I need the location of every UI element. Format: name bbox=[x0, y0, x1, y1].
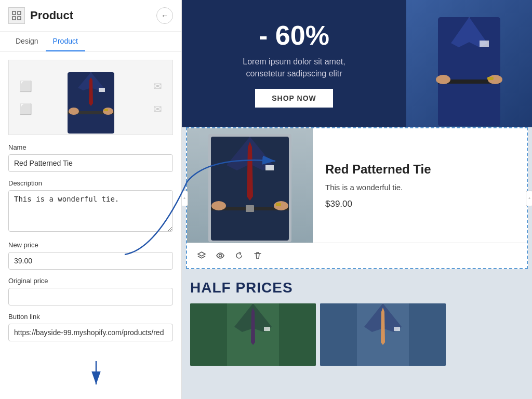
product-info-col: Red Patterned Tie This is a wonderful ti… bbox=[313, 128, 527, 243]
tab-design[interactable]: Design bbox=[8, 32, 46, 51]
svg-rect-9 bbox=[99, 88, 105, 92]
banner-area: - 60% Lorem ipsum dolor sit amet,consete… bbox=[182, 0, 532, 127]
back-button[interactable]: ← bbox=[156, 7, 173, 24]
svg-rect-31 bbox=[246, 205, 254, 212]
name-label: Name bbox=[8, 143, 173, 151]
green-suit-svg bbox=[190, 303, 316, 366]
product-icon bbox=[8, 7, 25, 24]
refresh-button[interactable] bbox=[230, 246, 248, 265]
product-image-col bbox=[187, 128, 313, 243]
scroll-handle-right[interactable]: + bbox=[526, 191, 532, 206]
svg-rect-29 bbox=[265, 165, 274, 170]
blue-suit-svg bbox=[320, 303, 446, 366]
banner-left: - 60% Lorem ipsum dolor sit amet,consete… bbox=[182, 0, 406, 127]
description-field-group: Description This is a wonderful tie. bbox=[8, 179, 173, 241]
tabs-bar: Design Product bbox=[0, 32, 181, 51]
panel-header: Product ← bbox=[0, 0, 181, 32]
delete-button[interactable] bbox=[248, 246, 267, 265]
svg-rect-22 bbox=[487, 77, 494, 80]
left-panel: Product ← Design Product ⬜ ⬜ bbox=[0, 0, 182, 399]
layers-button[interactable] bbox=[192, 246, 211, 265]
panel-header-left: Product bbox=[8, 7, 73, 24]
svg-rect-49 bbox=[394, 327, 400, 331]
product-desc-display: This is a wonderful tie. bbox=[325, 183, 514, 192]
scroll-handle-left[interactable]: + bbox=[182, 191, 188, 206]
half-price-card-2 bbox=[320, 303, 446, 366]
button-link-label: Button link bbox=[8, 313, 173, 321]
description-label: Description bbox=[8, 179, 173, 187]
svg-rect-3 bbox=[18, 17, 21, 20]
svg-point-11 bbox=[69, 108, 79, 115]
original-price-label: Original price bbox=[8, 277, 173, 285]
product-img-suit bbox=[187, 128, 313, 243]
svg-marker-8 bbox=[89, 77, 93, 106]
banner-suit-figure bbox=[406, 0, 532, 127]
button-link-field-group: Button link bbox=[8, 313, 173, 349]
button-link-input[interactable] bbox=[8, 324, 173, 341]
panel-title: Product bbox=[30, 9, 73, 22]
original-price-input[interactable] bbox=[8, 288, 173, 305]
discount-text: - 60% bbox=[259, 20, 329, 51]
svg-rect-0 bbox=[12, 11, 16, 15]
product-image-area: ⬜ ⬜ bbox=[8, 60, 173, 135]
right-panel: - 60% Lorem ipsum dolor sit amet,consete… bbox=[182, 0, 532, 399]
svg-marker-48 bbox=[381, 308, 385, 345]
half-prices-title: HALF PRICES bbox=[190, 280, 524, 296]
panel-content: ⬜ ⬜ bbox=[0, 51, 181, 399]
svg-rect-42 bbox=[264, 327, 270, 331]
svg-rect-1 bbox=[18, 11, 21, 15]
svg-rect-13 bbox=[104, 109, 108, 111]
product-suit-display bbox=[198, 129, 302, 242]
product-price-display: $39.00 bbox=[325, 199, 514, 209]
half-price-card-1 bbox=[190, 303, 316, 366]
svg-rect-2 bbox=[12, 17, 16, 20]
svg-rect-34 bbox=[276, 203, 281, 206]
banner-subtitle: Lorem ipsum dolor sit amet,consetetur sa… bbox=[243, 56, 345, 79]
product-card-wrapper[interactable]: + + bbox=[186, 127, 528, 269]
description-input[interactable]: This is a wonderful tie. bbox=[8, 190, 173, 232]
suit-blue-light bbox=[320, 303, 446, 366]
svg-marker-41 bbox=[251, 308, 255, 345]
half-prices-section: HALF PRICES bbox=[182, 269, 532, 371]
suit-green bbox=[190, 303, 316, 366]
placeholder-icons-left: ⬜ ⬜ bbox=[19, 80, 32, 115]
tab-product[interactable]: Product bbox=[46, 32, 85, 51]
new-price-field-group: New price bbox=[8, 241, 173, 277]
banner-right bbox=[406, 0, 532, 127]
svg-point-35 bbox=[219, 255, 222, 257]
name-input[interactable] bbox=[8, 154, 173, 172]
new-price-label: New price bbox=[8, 241, 173, 249]
original-price-field-group: Original price bbox=[8, 277, 173, 313]
shop-now-button[interactable]: SHOP NOW bbox=[255, 89, 333, 108]
name-field-group: Name bbox=[8, 143, 173, 179]
new-price-input[interactable] bbox=[8, 252, 173, 270]
svg-rect-18 bbox=[480, 41, 489, 47]
banner-suit-svg bbox=[428, 2, 511, 126]
card-toolbar bbox=[187, 243, 527, 268]
svg-point-32 bbox=[211, 201, 226, 210]
visibility-button[interactable] bbox=[211, 246, 230, 265]
placeholder-icons-right: ✉ ✉ bbox=[153, 80, 162, 115]
half-prices-grid bbox=[190, 303, 524, 366]
svg-point-20 bbox=[436, 75, 450, 84]
product-name-display: Red Patterned Tie bbox=[325, 162, 514, 177]
product-card: Red Patterned Tie This is a wonderful ti… bbox=[187, 128, 527, 243]
product-suit-preview bbox=[62, 62, 119, 134]
